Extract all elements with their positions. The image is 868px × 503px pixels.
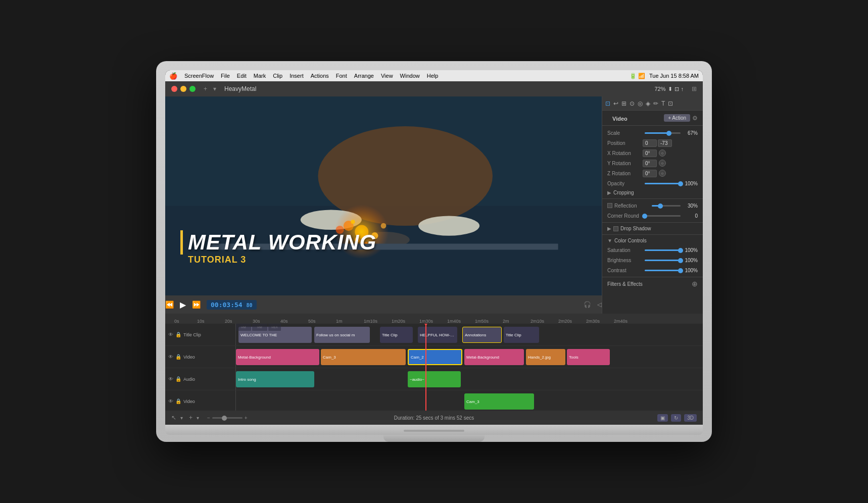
forward-button[interactable]: ⏩: [192, 300, 201, 309]
menubar-help[interactable]: Help: [427, 73, 439, 79]
audio-properties-icon[interactable]: ↩: [613, 100, 618, 107]
clip-cam3[interactable]: Cam_3: [321, 349, 406, 365]
color-controls-toggle[interactable]: ▼: [607, 238, 612, 243]
maximize-button[interactable]: [189, 86, 196, 92]
clip-tools[interactable]: Tools: [567, 349, 610, 365]
contrast-thumb[interactable]: [678, 268, 683, 273]
menubar-icons: 🔋 📶: [630, 73, 645, 79]
scale-slider[interactable]: [645, 132, 681, 134]
arrow-down-icon[interactable]: ▾: [213, 85, 216, 92]
brightness-slider[interactable]: [645, 260, 681, 261]
corner-round-slider[interactable]: [645, 215, 681, 217]
panel-section-title: Video: [607, 113, 633, 123]
opacity-slider[interactable]: [645, 183, 681, 184]
visibility-icon-v1[interactable]: 👁: [168, 354, 173, 360]
close-button[interactable]: [171, 86, 177, 92]
zoom-in-icon[interactable]: +: [245, 415, 248, 421]
zoom-out-icon[interactable]: −: [207, 415, 210, 421]
menubar-mark[interactable]: Mark: [254, 73, 266, 79]
arrow-select-icon[interactable]: ↖: [171, 414, 176, 421]
rewind-button[interactable]: ⏪: [165, 300, 174, 309]
video-properties-icon[interactable]: ⊡: [605, 100, 610, 107]
play-button[interactable]: ▶: [180, 300, 186, 310]
timeline-area: 0s 10s 20s 30s 40s 50s 1m 1m10s 1m20s 1m…: [165, 314, 703, 425]
panel-toggle-icon[interactable]: ⊞: [692, 85, 697, 92]
crop-icon[interactable]: ⊡: [674, 86, 679, 92]
menubar-arrange[interactable]: Arrange: [354, 73, 374, 79]
menubar-insert[interactable]: Insert: [290, 73, 304, 79]
brightness-thumb[interactable]: [678, 258, 683, 263]
lock-icon-v1[interactable]: 🔒: [175, 354, 181, 360]
lock-icon-v2[interactable]: 🔒: [175, 398, 181, 404]
opacity-thumb[interactable]: [678, 181, 683, 186]
callout-icon[interactable]: ⊙: [630, 100, 635, 107]
x-rotation-input[interactable]: [643, 149, 657, 157]
menubar-file[interactable]: File: [221, 73, 230, 79]
clip-cam3-2[interactable]: Cam_3: [464, 393, 534, 410]
text-icon[interactable]: T: [661, 100, 665, 107]
corner-round-thumb[interactable]: [642, 214, 647, 219]
menubar-actions[interactable]: Actions: [311, 73, 329, 79]
transition-button[interactable]: ↻: [671, 414, 681, 422]
drop-shadow-toggle[interactable]: ▶: [607, 226, 611, 231]
reflection-thumb[interactable]: [658, 204, 663, 209]
settings-icon[interactable]: ⚙: [692, 115, 698, 122]
touch-callout-icon[interactable]: ◈: [646, 100, 650, 107]
minimize-button[interactable]: [180, 86, 186, 92]
z-rotation-input[interactable]: [643, 170, 657, 177]
add-action-button[interactable]: + Action: [664, 114, 690, 122]
z-rotation-knob[interactable]: ○: [659, 170, 666, 177]
x-rotation-knob[interactable]: ○: [659, 149, 666, 157]
playhead[interactable]: [425, 324, 426, 411]
zoom-slider[interactable]: [212, 417, 243, 419]
headphones-icon[interactable]: 🎧: [584, 301, 591, 308]
clip-intro-song[interactable]: Intro song: [236, 371, 314, 387]
annotation-icon[interactable]: ✏: [653, 100, 658, 107]
position-x-input[interactable]: [643, 139, 657, 147]
scale-thumb[interactable]: [666, 131, 671, 136]
drop-shadow-section[interactable]: ▶ Drop Shadow: [602, 224, 703, 233]
zoom-thumb[interactable]: [222, 416, 227, 421]
add-filter-button[interactable]: ⊕: [692, 280, 698, 288]
y-rotation-input[interactable]: [643, 160, 657, 167]
saturation-slider[interactable]: [645, 249, 681, 251]
clip-hands2[interactable]: Hands_2.jpg: [526, 349, 565, 365]
lock-icon-a1[interactable]: 🔒: [175, 376, 181, 382]
clip-metal-bg-1[interactable]: Metal-Background: [236, 349, 319, 365]
reflection-checkbox[interactable]: [607, 203, 612, 208]
menubar-edit[interactable]: Edit: [237, 73, 247, 79]
color-controls-section[interactable]: ▼ Color Controls: [602, 236, 703, 245]
share-icon[interactable]: ↑: [681, 86, 684, 92]
menubar-window[interactable]: Window: [400, 73, 420, 79]
visibility-icon-v2[interactable]: 👁: [168, 398, 173, 404]
saturation-thumb[interactable]: [678, 248, 683, 253]
menubar-view[interactable]: View: [381, 73, 393, 79]
contrast-slider[interactable]: [645, 270, 681, 271]
3d-button[interactable]: 3D: [684, 414, 697, 422]
divider-4: [602, 277, 703, 277]
menubar-screenflow[interactable]: ScreenFlow: [184, 73, 214, 79]
screen-recording-icon[interactable]: ⊞: [621, 100, 626, 107]
clip-metal-bg-2[interactable]: Metal-Background: [464, 349, 524, 365]
y-rotation-knob[interactable]: ○: [659, 160, 666, 167]
visibility-icon-title[interactable]: 👁: [168, 332, 173, 337]
audio-settings-icon[interactable]: ◁: [597, 301, 602, 308]
position-y-input[interactable]: [658, 139, 672, 147]
zoom-icon[interactable]: ⬍: [668, 86, 672, 92]
reflection-slider[interactable]: [652, 205, 681, 207]
cropping-toggle[interactable]: ▶: [607, 190, 611, 195]
plus-icon[interactable]: +: [204, 85, 207, 92]
add-media-button[interactable]: +: [189, 414, 192, 421]
clip-cam2[interactable]: Cam_2: [408, 349, 462, 365]
drop-shadow-checkbox[interactable]: [613, 226, 618, 231]
motion-blur-icon[interactable]: ◎: [638, 100, 643, 107]
cropping-section[interactable]: ▶ Cropping: [602, 188, 703, 197]
lock-icon-title[interactable]: 🔒: [175, 332, 181, 337]
visibility-icon-a1[interactable]: 👁: [168, 376, 173, 382]
menubar-clip[interactable]: Clip: [273, 73, 282, 79]
clip-audio-wave[interactable]: ~audio~: [408, 371, 461, 387]
media-icon[interactable]: ⊡: [668, 100, 673, 107]
menubar-font[interactable]: Font: [336, 73, 347, 79]
media-button[interactable]: ▣: [657, 414, 668, 422]
clip-tools-label: Tools: [569, 355, 578, 360]
